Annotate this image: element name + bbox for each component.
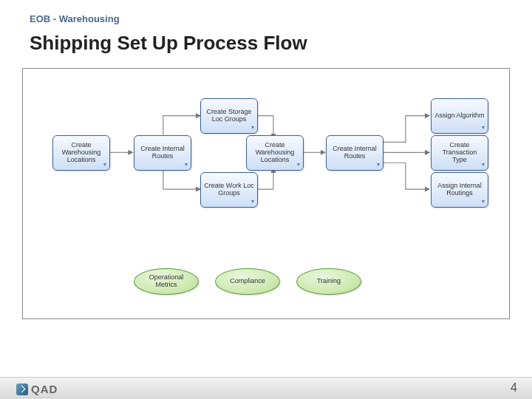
box-create-internal-routes-2: Create Internal Routes — [326, 135, 383, 171]
box-assign-algorithm: Assign Algorithm — [431, 98, 488, 134]
box-create-work-loc-groups: Create Work Loc Groups — [200, 172, 258, 208]
box-create-transaction-type: Create Transaction Type — [431, 135, 488, 171]
ellipse-training: Training — [296, 268, 361, 295]
brand-logo: QAD — [16, 383, 58, 395]
footer: QAD 4 — [0, 356, 532, 399]
ellipse-compliance: Compliance — [215, 268, 280, 295]
page-number: 4 — [511, 381, 517, 395]
page-title: Shipping Set Up Process Flow — [30, 32, 502, 55]
diagram-frame: Create Warehousing Locations Create Inte… — [22, 68, 510, 319]
ellipse-operational-metrics: Operational Metrics — [134, 268, 199, 295]
brand-text: QAD — [31, 383, 58, 395]
box-assign-internal-routings: Assign Internal Routings — [431, 172, 488, 208]
kicker: EOB - Warehousing — [30, 13, 502, 24]
brand-icon — [16, 383, 28, 395]
box-create-storage-loc-groups: Create Storage Loc Groups — [200, 98, 258, 134]
box-create-warehousing-locations-2: Create Warehousing Locations — [246, 135, 304, 171]
box-create-warehousing-locations-1: Create Warehousing Locations — [52, 135, 110, 171]
box-create-internal-routes-1: Create Internal Routes — [134, 135, 191, 171]
